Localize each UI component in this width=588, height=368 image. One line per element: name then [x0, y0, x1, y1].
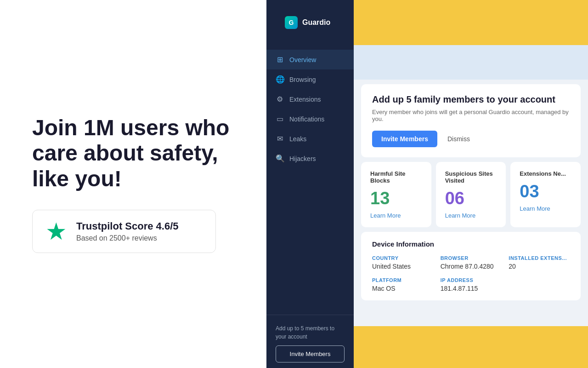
sidebar-item-overview[interactable]: ⊞ Overview	[266, 50, 354, 69]
stats-row: Harmful Site Blocks 13 Learn More Suspic…	[361, 162, 581, 227]
sidebar-label-browsing: Browsing	[289, 76, 316, 83]
device-field-platform: PLATFORM Mac OS	[372, 277, 433, 292]
extensions-icon: ⚙	[276, 95, 284, 104]
stat-number-suspicious: 06	[445, 189, 497, 208]
trustpilot-text: Trustpilot Score 4.6/5 Based on 2500+ re…	[76, 220, 179, 242]
guardio-logo-icon: G	[285, 16, 298, 29]
browsing-icon: 🌐	[276, 75, 284, 84]
stat-learn-harmful[interactable]: Learn More	[370, 212, 422, 219]
stat-learn-suspicious[interactable]: Learn More	[445, 212, 497, 219]
sidebar-item-hijackers[interactable]: 🔍 Hijackers	[266, 149, 354, 168]
device-label-installed: INSTALLED EXTENS...	[509, 255, 570, 261]
main-heading: Join 1M users who care about safety, lik…	[32, 115, 234, 191]
trustpilot-score: Trustpilot Score 4.6/5	[76, 220, 179, 232]
sidebar-item-extensions[interactable]: ⚙ Extensions	[266, 89, 354, 109]
device-grid: COUNTRY United States BROWSER Chrome 87.…	[372, 255, 570, 292]
sidebar-logo-text: Guardio	[302, 18, 330, 27]
stat-learn-extensions[interactable]: Learn More	[520, 205, 571, 212]
overview-icon: ⊞	[276, 55, 284, 64]
trustpilot-card: ★ Trustpilot Score 4.6/5 Based on 2500+ …	[32, 210, 216, 253]
device-label-browser: BROWSER	[441, 255, 502, 261]
sidebar-label-hijackers: Hijackers	[289, 155, 316, 162]
device-label-country: COUNTRY	[372, 255, 433, 261]
device-label-platform: PLATFORM	[372, 277, 433, 283]
device-value-installed: 20	[509, 263, 570, 270]
left-section: Join 1M users who care about safety, lik…	[0, 0, 266, 368]
sidebar-footer-text: Add up to 5 members to your account	[276, 325, 334, 340]
sidebar: ⊞ Overview 🌐 Browsing ⚙ Extensions ▭ Not…	[266, 45, 354, 368]
sidebar-label-notifications: Notifications	[289, 115, 324, 123]
device-value-browser: Chrome 87.0.4280	[441, 263, 502, 270]
device-field-installed: INSTALLED EXTENS... 20	[509, 255, 570, 270]
sidebar-footer: Add up to 5 members to your account Invi…	[266, 315, 354, 368]
stat-number-harmful: 13	[370, 189, 422, 208]
sidebar-logo: G Guardio	[276, 8, 339, 37]
sidebar-invite-button[interactable]: Invite Members	[276, 345, 345, 362]
sidebar-header: G Guardio	[266, 0, 354, 45]
invite-card: Add up 5 family members to your account …	[361, 84, 581, 157]
device-value-ip: 181.4.87.115	[441, 285, 502, 292]
sidebar-label-extensions: Extensions	[289, 96, 321, 103]
invite-heading: Add up 5 family members to your account	[372, 94, 570, 105]
device-field-browser: BROWSER Chrome 87.0.4280	[441, 255, 502, 270]
app-window: G Guardio ⊞ Overview 🌐 Browsing ⚙ Extens…	[266, 0, 588, 368]
dismiss-button[interactable]: Dismiss	[443, 131, 475, 147]
sidebar-label-leaks: Leaks	[289, 135, 306, 143]
invite-subtext: Every member who joins will get a person…	[372, 109, 570, 122]
sidebar-label-overview: Overview	[289, 56, 316, 63]
device-value-country: United States	[372, 263, 433, 270]
stat-number-extensions: 03	[520, 182, 571, 201]
trustpilot-reviews: Based on 2500+ reviews	[76, 234, 179, 242]
stat-title-suspicious: Suspicious Sites Visited	[445, 170, 497, 184]
yellow-top-bg	[354, 0, 588, 45]
hijackers-icon: 🔍	[276, 154, 284, 163]
notifications-icon: ▭	[276, 115, 284, 123]
leaks-icon: ✉	[276, 134, 284, 143]
sidebar-nav: ⊞ Overview 🌐 Browsing ⚙ Extensions ▭ Not…	[266, 45, 354, 315]
stat-card-harmful: Harmful Site Blocks 13 Learn More	[361, 162, 431, 227]
sidebar-item-browsing[interactable]: 🌐 Browsing	[266, 69, 354, 89]
invite-actions: Invite Members Dismiss	[372, 131, 570, 147]
device-field-country: COUNTRY United States	[372, 255, 433, 270]
stat-title-harmful: Harmful Site Blocks	[370, 170, 422, 184]
top-banner	[354, 45, 588, 80]
stat-title-extensions: Extensions Ne...	[520, 170, 571, 177]
stat-card-suspicious: Suspicious Sites Visited 06 Learn More	[436, 162, 506, 227]
device-card: Device Information COUNTRY United States…	[361, 232, 581, 300]
stat-card-extensions: Extensions Ne... 03 Learn More	[510, 162, 581, 227]
main-content: Add up 5 family members to your account …	[354, 45, 588, 368]
device-label-ip: IP ADDRESS	[441, 277, 502, 283]
device-field-ip: IP ADDRESS 181.4.87.115	[441, 277, 502, 292]
invite-members-button[interactable]: Invite Members	[372, 131, 437, 147]
sidebar-item-leaks[interactable]: ✉ Leaks	[266, 129, 354, 149]
yellow-bottom-bg	[354, 326, 588, 368]
sidebar-item-notifications[interactable]: ▭ Notifications	[266, 109, 354, 129]
device-title: Device Information	[372, 240, 570, 248]
device-value-platform: Mac OS	[372, 285, 433, 292]
trustpilot-star-icon: ★	[45, 219, 67, 243]
